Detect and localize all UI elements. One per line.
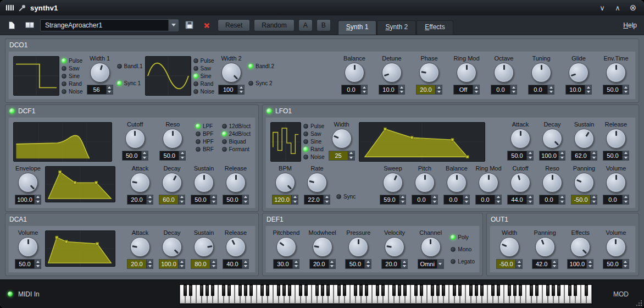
piano-black-key[interactable]	[343, 285, 346, 296]
radio-sync[interactable]: Sync	[336, 194, 356, 200]
spin-down-icon[interactable]	[587, 264, 593, 269]
resize-grip[interactable]	[641, 305, 642, 306]
spin-up-icon[interactable]	[147, 195, 153, 200]
spin-down-icon[interactable]	[179, 199, 185, 204]
spin-arrows[interactable]	[210, 195, 216, 204]
knob-out1-effects[interactable]	[570, 237, 590, 257]
spin-up-icon[interactable]	[293, 260, 299, 264]
spin-up-icon[interactable]	[623, 195, 629, 200]
piano-black-key[interactable]	[469, 285, 473, 296]
piano-black-key[interactable]	[260, 285, 264, 296]
spin-arrows[interactable]	[34, 260, 41, 268]
spin-up-icon[interactable]	[348, 151, 354, 156]
spinbox-def1-pitchbend[interactable]: 30.0	[273, 259, 299, 269]
knob-lfo1-rate[interactable]	[307, 173, 327, 193]
spin-up-icon[interactable]	[147, 260, 153, 264]
piano-black-key[interactable]	[475, 285, 478, 296]
tab-synth2[interactable]: Synth 2	[377, 20, 416, 35]
piano-black-key[interactable]	[491, 285, 495, 296]
knob-lfo1-sweep[interactable]	[383, 173, 403, 193]
new-preset-button[interactable]	[5, 18, 19, 32]
knob-dcf1-attack[interactable]	[130, 173, 150, 193]
piano-black-key[interactable]	[299, 285, 302, 296]
spinbox-lfo1-bpm[interactable]: 120.0	[272, 195, 298, 205]
radio-24db-oct[interactable]: 24dB/oct	[222, 131, 251, 138]
maximize-icon[interactable]	[612, 4, 623, 12]
spin-down-icon[interactable]	[527, 155, 533, 160]
a-button[interactable]: A	[298, 19, 313, 31]
spin-down-icon[interactable]	[238, 90, 244, 95]
piano-black-key[interactable]	[546, 285, 549, 296]
piano-black-key[interactable]	[442, 285, 445, 296]
spin-down-icon[interactable]	[365, 264, 371, 269]
knob-dco1-env-time[interactable]	[606, 63, 626, 82]
piano-black-key[interactable]	[436, 285, 440, 296]
spin-arrows[interactable]	[146, 195, 153, 204]
spin-down-icon[interactable]	[242, 199, 248, 204]
spin-arrows[interactable]	[329, 260, 335, 268]
spinbox-out1-width[interactable]: -50.0	[496, 259, 523, 269]
spinbox-out1-panning[interactable]: 42.0	[532, 259, 558, 269]
help-button[interactable]: Help	[623, 21, 639, 29]
spin-arrows[interactable]	[141, 151, 148, 160]
piano-black-key[interactable]	[568, 285, 571, 296]
preset-combobox[interactable]: StrangeAproacher1	[40, 19, 179, 31]
piano-black-key[interactable]	[480, 285, 484, 296]
combo-down-icon[interactable]	[437, 260, 443, 268]
spinbox-def1-modwheel[interactable]: 20.0	[309, 259, 336, 269]
spinbox-dco1-width-1[interactable]: 56	[87, 85, 113, 95]
radio-brf[interactable]: BRF	[196, 146, 214, 153]
dcf1-led[interactable]	[9, 108, 15, 114]
knob-lfo1-attack[interactable]	[510, 129, 530, 148]
radio-bandl-2[interactable]: Bandl.2	[248, 63, 274, 69]
spin-arrows[interactable]	[106, 85, 113, 94]
radio-sine[interactable]: Sine	[303, 139, 325, 145]
reset-button[interactable]: Reset	[218, 19, 250, 31]
spin-down-icon[interactable]	[463, 199, 469, 204]
spin-up-icon[interactable]	[623, 260, 629, 264]
spinbox-dco1-env-time[interactable]: 50.0	[603, 85, 629, 95]
knob-lfo1-ring-mod[interactable]	[479, 173, 498, 193]
spinbox-dca1-volume[interactable]: 50.0	[15, 259, 41, 269]
knob-dco1-octave[interactable]	[494, 63, 514, 82]
knob-def1-pitchbend[interactable]	[276, 237, 296, 257]
spin-up-icon[interactable]	[329, 260, 335, 264]
knob-lfo1-sustain[interactable]	[574, 129, 594, 148]
piano-black-key[interactable]	[398, 285, 401, 296]
spin-up-icon[interactable]	[591, 151, 597, 156]
piano-black-key[interactable]	[530, 285, 533, 296]
piano-black-key[interactable]	[189, 285, 192, 296]
random-button[interactable]: Random	[254, 19, 294, 31]
radio-saw[interactable]: Saw	[303, 131, 325, 138]
piano-black-key[interactable]	[535, 285, 538, 296]
radio-pulse[interactable]: Pulse	[303, 123, 325, 130]
knob-dca1-volume[interactable]	[18, 237, 38, 257]
spin-arrows[interactable]	[558, 151, 565, 160]
spin-down-icon[interactable]	[35, 264, 41, 269]
spin-down-icon[interactable]	[348, 155, 354, 160]
knob-dca1-attack[interactable]	[130, 237, 150, 257]
spin-down-icon[interactable]	[552, 264, 558, 269]
dropdown-arrow-icon[interactable]	[437, 260, 443, 268]
spin-up-icon[interactable]	[585, 85, 591, 90]
knob-def1-modwheel[interactable]	[313, 237, 332, 257]
radio-12db-oct[interactable]: 12dB/oct	[222, 123, 251, 130]
spinbox-def1-pressure[interactable]: 50.0	[345, 259, 371, 269]
radio-bandl-1[interactable]: Bandl.1	[117, 63, 143, 69]
spinbox-lfo1-rate[interactable]: 22.0	[304, 195, 330, 205]
minimize-icon[interactable]	[597, 4, 608, 12]
knob-dcf1-sustain[interactable]	[194, 173, 214, 193]
pin-icon[interactable]	[19, 4, 26, 12]
spin-down-icon[interactable]	[210, 199, 216, 204]
spin-down-icon[interactable]	[179, 264, 185, 269]
radio-sync-1[interactable]: Sync 1	[117, 80, 143, 86]
spinbox-out1-effects[interactable]: 100.0	[567, 259, 593, 269]
spin-arrows[interactable]	[473, 85, 479, 94]
piano-black-key[interactable]	[282, 285, 286, 296]
spin-arrows[interactable]	[526, 195, 533, 204]
spin-arrows[interactable]	[510, 85, 517, 94]
radio-rand[interactable]: Rand	[303, 146, 325, 153]
piano-black-key[interactable]	[249, 285, 253, 296]
spin-down-icon[interactable]	[623, 199, 629, 204]
spin-down-icon[interactable]	[585, 90, 591, 95]
